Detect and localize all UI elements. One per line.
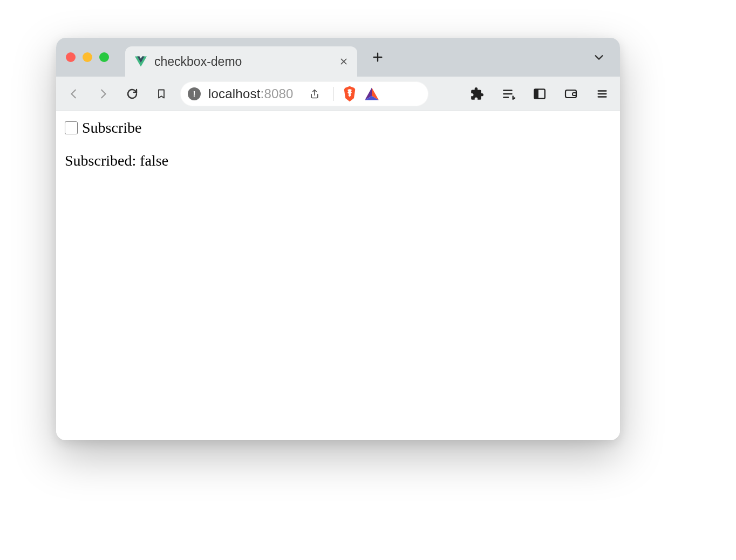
reading-list-button[interactable] <box>498 84 519 104</box>
window-close-button[interactable] <box>66 52 76 62</box>
brave-shield-icon[interactable] <box>343 86 357 102</box>
page-body: Subscribe Subscribed: false <box>56 111 620 177</box>
back-button[interactable] <box>64 84 84 104</box>
subscribe-row[interactable]: Subscribe <box>65 119 611 137</box>
extensions-button[interactable] <box>467 84 487 104</box>
wallet-button[interactable] <box>561 84 581 104</box>
subscribed-status: Subscribed: false <box>65 152 611 169</box>
svg-rect-5 <box>534 89 539 98</box>
tab-title: checkbox-demo <box>154 54 331 69</box>
sidebar-button[interactable] <box>529 84 550 104</box>
new-tab-button[interactable] <box>367 46 389 68</box>
toolbar: ! localhost:8080 <box>56 77 620 111</box>
app-menu-button[interactable] <box>592 84 612 104</box>
window-maximize-button[interactable] <box>99 52 109 62</box>
active-tab[interactable]: checkbox-demo <box>125 46 357 77</box>
subscribe-label: Subscribe <box>82 119 141 137</box>
url-host: localhost <box>208 86 261 101</box>
page-viewport: Subscribe Subscribed: false <box>56 111 620 440</box>
address-bar[interactable]: ! localhost:8080 <box>180 81 428 106</box>
browser-window: checkbox-demo <box>56 38 620 440</box>
subscribed-status-prefix: Subscribed: <box>65 152 140 169</box>
site-info-icon[interactable]: ! <box>188 87 201 100</box>
bookmark-button[interactable] <box>151 84 172 104</box>
forward-button[interactable] <box>93 84 113 104</box>
share-button[interactable] <box>304 84 325 104</box>
brave-rewards-icon[interactable] <box>364 87 379 101</box>
vue-logo-icon <box>135 56 147 67</box>
tab-close-button[interactable] <box>339 57 349 66</box>
url-text: localhost:8080 <box>208 86 294 101</box>
window-minimize-button[interactable] <box>83 52 92 62</box>
url-port: :8080 <box>261 86 294 101</box>
subscribed-status-value: false <box>140 152 168 169</box>
reload-button[interactable] <box>122 84 142 104</box>
traffic-lights <box>66 52 109 62</box>
tab-overflow-button[interactable] <box>590 48 608 66</box>
svg-rect-6 <box>565 90 576 98</box>
subscribe-checkbox[interactable] <box>65 121 78 134</box>
tab-strip: checkbox-demo <box>56 38 620 77</box>
divider <box>333 87 334 101</box>
